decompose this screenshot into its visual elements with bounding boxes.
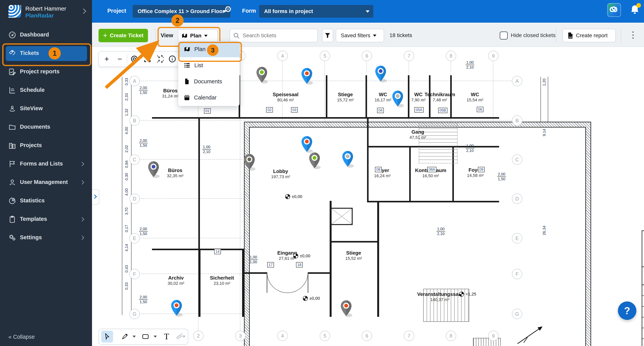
dimension-pair: 2,001,50: [139, 295, 148, 304]
dimension-pair: 2,001,50: [139, 139, 148, 147]
sidebar-item-label: SiteView: [20, 105, 43, 112]
interior-wall: [308, 272, 330, 274]
room-label: Stiege15,72 m²: [337, 92, 354, 103]
select-cursor-tool[interactable]: [101, 331, 113, 342]
annotation-arrow: [102, 38, 163, 93]
document-icon: [184, 78, 190, 84]
ticket-pin-blue-indigo[interactable]: [374, 65, 387, 83]
plan-info-button[interactable]: i: [168, 54, 177, 64]
outer-wall: [244, 122, 591, 346]
room-area: 15,52 m²: [346, 256, 362, 261]
text-tool[interactable]: T: [160, 331, 172, 342]
divider: [556, 29, 556, 42]
sidebar-item-forms-and-lists[interactable]: Forms and Lists: [0, 155, 92, 173]
room-area: 197,73 m²: [271, 174, 290, 179]
interior-wall: [408, 75, 410, 117]
grid-row-bubble-left: C: [130, 154, 140, 165]
menu-item-documents-label: Documents: [194, 78, 222, 85]
hide-closed-checkbox[interactable]: [500, 32, 508, 40]
sidebar-item-siteview[interactable]: SiteView: [0, 99, 92, 118]
sidebar-item-project-reports[interactable]: Project reports: [0, 63, 92, 81]
search-tickets-box[interactable]: [230, 29, 318, 42]
notifications-bell-icon[interactable]: [630, 4, 640, 15]
sidebar-item-settings[interactable]: Settings: [0, 229, 92, 247]
user-company: PlanRadar: [25, 12, 54, 19]
saved-filters-dropdown[interactable]: Saved filters: [336, 29, 384, 42]
search-input[interactable]: [242, 31, 316, 40]
room-area: 32,35 m²: [167, 174, 184, 178]
menu-item-list[interactable]: List: [178, 57, 240, 73]
title-block-row: Plannummer19 Test 001: [642, 317, 644, 328]
ticket-pin-blue-red[interactable]: [300, 67, 313, 85]
level-marker-label: ±0,00: [309, 296, 320, 301]
room-label: Archiv30,02 m²: [168, 275, 184, 286]
sidebar-expand-tab[interactable]: [92, 189, 99, 205]
sidebar-item-projects[interactable]: Projects: [0, 136, 92, 155]
menu-item-plan-label: Plan: [194, 46, 206, 52]
sidebar-item-statistics[interactable]: Statistics: [0, 192, 92, 210]
ticket-pin-grey-green[interactable]: [256, 66, 268, 84]
measure-tool-caret[interactable]: [182, 336, 186, 337]
title-block-project-title: BEISPIELPROJEKT: [642, 267, 644, 285]
interior-wall: [367, 117, 368, 201]
sidebar-item-tickets[interactable]: Tickets: [0, 44, 92, 63]
ticket-pin-grey-olive[interactable]: [243, 153, 256, 171]
filter-button[interactable]: [322, 29, 333, 42]
sidebar-item-selected-bg: [6, 46, 87, 61]
door-tag: 17: [267, 262, 274, 267]
door-tag: 06: [477, 107, 484, 112]
sidebar-item-user-management[interactable]: User Management: [0, 173, 92, 192]
pie-icon: [8, 197, 16, 205]
room-name: Stiege: [337, 92, 354, 98]
room-label: Gang47,51 m²: [410, 129, 426, 140]
room-name: Büros: [167, 167, 184, 174]
project-settings-gear-icon[interactable]: ⚙: [224, 4, 232, 14]
grid-column-bubble-top: 4: [277, 51, 288, 61]
room-label: Lobby197,73 m²: [271, 168, 290, 179]
pdf-file-icon: PDF: [568, 32, 573, 39]
dimension-pair: 1,001,00: [249, 255, 258, 264]
shape-tool-caret[interactable]: [154, 336, 157, 337]
room-label: WC16,17 m²: [375, 92, 392, 103]
ticket-pin-grey-red[interactable]: [340, 299, 352, 317]
shape-tool[interactable]: [140, 331, 152, 342]
grid-row-bubble-right: E: [512, 233, 522, 243]
collapse-sidebar-button[interactable]: « Collapse: [8, 334, 35, 340]
sidebar-item-dashboard[interactable]: Dashboard: [0, 26, 92, 44]
level-marker: ±0,00: [303, 296, 320, 301]
interior-wall: [366, 75, 367, 117]
help-button[interactable]: ?: [618, 301, 636, 320]
ticket-pin-blue-silver[interactable]: [341, 150, 354, 168]
ticket-pin-grey-green[interactable]: [308, 152, 321, 169]
dimension-pair: 1,002,10: [202, 145, 211, 154]
pen-tool[interactable]: [119, 331, 131, 342]
sidebar-item-schedule[interactable]: Schedule: [0, 81, 92, 99]
pen-tool-caret[interactable]: [133, 336, 136, 337]
title-block-row: ProjektnameKongresszentrum: [642, 285, 644, 296]
ticket-pin-blue-silver[interactable]: [392, 90, 404, 107]
dimension-top: 2,00: [497, 172, 506, 176]
create-report-button[interactable]: PDF Create report: [562, 29, 616, 42]
interior-wall: [326, 75, 327, 117]
dimension-pair: 2,001,50: [139, 227, 148, 236]
sidebar-item-documents[interactable]: Documents: [0, 118, 92, 136]
app-launcher-icon[interactable]: [607, 3, 621, 17]
ticket-pin-blue-red[interactable]: [300, 135, 313, 153]
ticket-pin-blue-red[interactable]: [170, 299, 183, 317]
grid-column-bubble-top: 8: [446, 51, 456, 61]
menu-item-calendar[interactable]: Calendar: [178, 89, 240, 106]
level-marker: +1,25: [459, 292, 476, 297]
floor-plan-canvas[interactable]: Büros31,24 m²Speisesaal80,46 m²Stiege15,…: [92, 47, 644, 346]
sidebar-item-templates[interactable]: Templates: [0, 210, 92, 229]
sidebar-user-header[interactable]: Robert Hammer PlanRadar: [0, 0, 92, 23]
form-dropdown[interactable]: All forms in project: [259, 5, 373, 18]
dimension-bottom: 1,50: [139, 300, 148, 304]
chevron-double-left-icon: «: [8, 334, 12, 340]
ticket-pin-grey-indigo[interactable]: [147, 160, 160, 178]
room-label: Büros31,24 m²: [162, 88, 179, 99]
menu-item-documents[interactable]: Documents: [178, 73, 240, 89]
view-mode-dropdown[interactable]: Plan: [178, 29, 218, 42]
more-options-kebab-icon[interactable]: ⋮: [629, 30, 638, 40]
dimension-top: 1,00: [436, 227, 445, 231]
interior-wall: [242, 249, 244, 317]
